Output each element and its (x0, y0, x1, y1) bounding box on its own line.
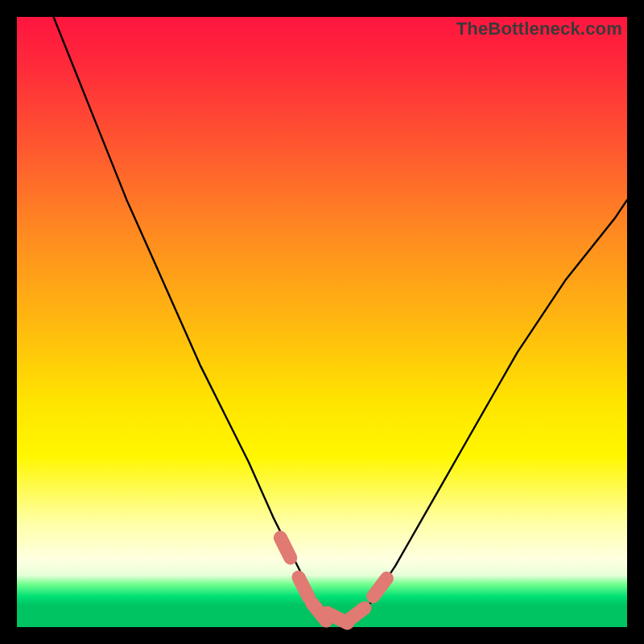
chart-svg (17, 17, 627, 627)
bottleneck-curve (54, 17, 628, 621)
chart-frame: TheBottleneck.com (0, 0, 644, 644)
marker-right-point (374, 579, 387, 597)
marker-layer (280, 538, 386, 623)
marker-flat-right (347, 608, 365, 621)
curve-layer (54, 17, 628, 621)
marker-left-segment-top (280, 538, 291, 558)
plot-area: TheBottleneck.com (17, 17, 627, 627)
marker-left-segment-bot (299, 577, 309, 597)
